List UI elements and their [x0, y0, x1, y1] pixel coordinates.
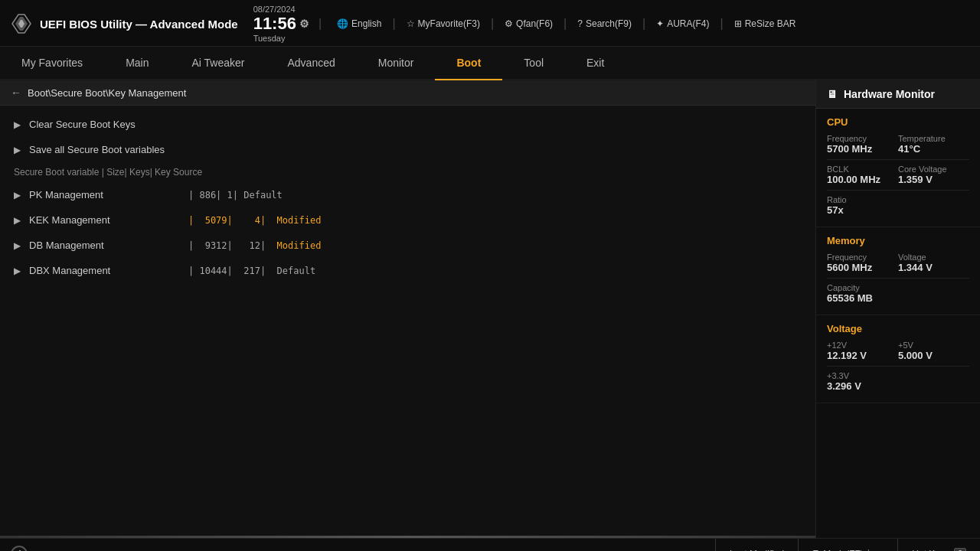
item-arrow-2: ▶	[14, 145, 23, 155]
cpu-core-voltage-val: 1.359 V	[898, 174, 969, 185]
clear-secure-boot-label: Clear Secure Boot Keys	[29, 119, 182, 130]
kek-data-text: | 5079| 4| Modified	[188, 215, 321, 226]
qfan-label: Qfan(F6)	[516, 18, 553, 29]
main-bottom-line	[0, 536, 815, 538]
kek-data: | 5079| 4| Modified	[188, 215, 321, 226]
sep2: |	[491, 17, 494, 31]
date-text: 08/27/2024	[253, 5, 309, 14]
nav-exit[interactable]: Exit	[565, 47, 626, 80]
clear-secure-boot-item[interactable]: ▶ Clear Secure Boot Keys	[0, 112, 815, 137]
pk-label: PK Management	[29, 189, 182, 201]
back-arrow[interactable]: ←	[11, 86, 21, 99]
cpu-section: CPU Frequency 5700 MHz Temperature 41°C …	[816, 109, 980, 227]
nav-main[interactable]: Main	[104, 47, 170, 80]
pk-management-item[interactable]: ▶ PK Management | 886| 1| Default	[0, 182, 815, 207]
voltage-12v-col: +12V 12.192 V	[827, 341, 898, 361]
resizebar-label: ReSize BAR	[745, 18, 796, 29]
nav-tool[interactable]: Tool	[502, 47, 565, 80]
dbx-management-item[interactable]: ▶ DBX Management | 10444| 217| Default	[0, 258, 815, 283]
voltage-title: Voltage	[827, 323, 969, 334]
voltage-33v-label: +3.3V	[827, 371, 969, 380]
logo-area: UEFI BIOS Utility — Advanced Mode	[9, 11, 238, 36]
cpu-core-voltage-col: Core Voltage 1.359 V	[898, 165, 969, 185]
english-label: English	[351, 18, 381, 29]
nav-boot[interactable]: Boot	[435, 47, 502, 80]
content-wrapper: ← Boot\Secure Boot\Key Management ▶ Clea…	[0, 80, 980, 538]
kek-label: KEK Management	[29, 214, 182, 226]
memory-voltage-val: 1.344 V	[898, 262, 969, 273]
pk-data-text: | 886| 1| Default	[188, 190, 283, 201]
hot-keys-btn[interactable]: Hot Keys ?	[897, 539, 980, 552]
hotkey-icon: ?	[954, 548, 966, 552]
gear-icon[interactable]: ⚙	[299, 18, 309, 30]
cpu-bclk-voltage-row: BCLK 100.00 MHz Core Voltage 1.359 V	[827, 165, 969, 185]
voltage-12v-val: 12.192 V	[827, 350, 898, 361]
cpu-temperature-val: 41°C	[898, 143, 969, 155]
cpu-frequency-val: 5700 MHz	[827, 143, 898, 155]
hardware-monitor-header: 🖥 Hardware Monitor	[816, 80, 980, 109]
pk-data: | 886| 1| Default	[188, 190, 283, 201]
cpu-divider1	[827, 159, 969, 160]
footer: i Version 2.22.1286 Copyright (C) 2024 A…	[0, 538, 980, 551]
memory-divider	[827, 278, 969, 279]
aura-label: AURA(F4)	[667, 18, 709, 29]
voltage-33v-val: 3.296 V	[827, 380, 969, 392]
myfavorite-btn[interactable]: ☆ MyFavorite(F3)	[407, 18, 480, 29]
voltage-5v-col: +5V 5.000 V	[898, 341, 969, 361]
cpu-ratio-val: 57x	[827, 204, 969, 216]
save-secure-boot-item[interactable]: ▶ Save all Secure Boot variables	[0, 137, 815, 162]
nav-monitor[interactable]: Monitor	[357, 47, 436, 80]
voltage-33v-col: +3.3V 3.296 V	[827, 371, 969, 392]
info-icon[interactable]: i	[11, 546, 28, 552]
cpu-ratio-row: Ratio 57x	[827, 195, 969, 216]
memory-voltage-label: Voltage	[898, 253, 969, 262]
nav-my-favorites[interactable]: My Favorites	[0, 47, 104, 80]
cpu-temperature-label: Temperature	[898, 134, 969, 143]
memory-voltage-col: Voltage 1.344 V	[898, 253, 969, 273]
db-data: | 9312| 12| Modified	[188, 240, 321, 251]
globe-icon: 🌐	[337, 18, 348, 29]
dbx-data: | 10444| 217| Default	[188, 266, 315, 276]
db-data-text: | 9312| 12| Modified	[188, 240, 321, 251]
header-sep: |	[318, 17, 322, 31]
memory-capacity-val: 65536 MB	[827, 292, 969, 304]
cpu-core-voltage-label: Core Voltage	[898, 165, 969, 174]
menu-list: ▶ Clear Secure Boot Keys ▶ Save all Secu…	[0, 106, 815, 536]
ez-mode-label: EzMode(F7)	[812, 549, 863, 552]
memory-capacity-col: Capacity 65536 MB	[827, 283, 969, 304]
fan-icon: ⚙	[505, 18, 513, 29]
last-modified-btn[interactable]: Last Modified	[715, 539, 798, 552]
dbx-data-text: | 10444| 217| Default	[188, 266, 315, 276]
nav-ai-tweaker[interactable]: Ai Tweaker	[170, 47, 266, 80]
kek-management-item[interactable]: ▶ KEK Management | 5079| 4| Modified	[0, 207, 815, 233]
memory-capacity-row: Capacity 65536 MB	[827, 283, 969, 304]
db-management-item[interactable]: ▶ DB Management | 9312| 12| Modified	[0, 233, 815, 258]
aura-btn[interactable]: ✦ AURA(F4)	[656, 18, 709, 29]
time-text: 11:56	[253, 14, 296, 34]
memory-freq-voltage-row: Frequency 5600 MHz Voltage 1.344 V	[827, 253, 969, 273]
memory-frequency-col: Frequency 5600 MHz	[827, 253, 898, 273]
voltage-33v-row: +3.3V 3.296 V	[827, 371, 969, 392]
breadcrumb[interactable]: ← Boot\Secure Boot\Key Management	[0, 80, 815, 106]
ez-mode-btn[interactable]: EzMode(F7) ⊢→	[798, 539, 897, 552]
qfan-btn[interactable]: ⚙ Qfan(F6)	[505, 18, 553, 29]
search-btn[interactable]: ? Search(F9)	[577, 18, 632, 29]
pk-arrow: ▶	[14, 190, 23, 201]
memory-title: Memory	[827, 235, 969, 246]
memory-section: Memory Frequency 5600 MHz Voltage 1.344 …	[816, 227, 980, 315]
nav-advanced[interactable]: Advanced	[266, 47, 356, 80]
cpu-frequency-label: Frequency	[827, 134, 898, 143]
asus-logo-icon	[9, 11, 34, 36]
save-secure-boot-label: Save all Secure Boot variables	[29, 144, 182, 155]
english-btn[interactable]: 🌐 English	[337, 18, 381, 29]
resizebar-btn[interactable]: ⊞ ReSize BAR	[734, 18, 796, 29]
voltage-5v-val: 5.000 V	[898, 350, 969, 361]
main-panel: ← Boot\Secure Boot\Key Management ▶ Clea…	[0, 80, 815, 538]
sep1: |	[392, 17, 395, 31]
cpu-frequency-col: Frequency 5700 MHz	[827, 134, 898, 155]
cpu-temperature-col: Temperature 41°C	[898, 134, 969, 155]
hot-keys-label: Hot Keys	[912, 549, 949, 552]
app-title: UEFI BIOS Utility — Advanced Mode	[40, 18, 238, 31]
question-icon: ?	[577, 18, 583, 29]
myfavorite-label: MyFavorite(F3)	[418, 18, 480, 29]
